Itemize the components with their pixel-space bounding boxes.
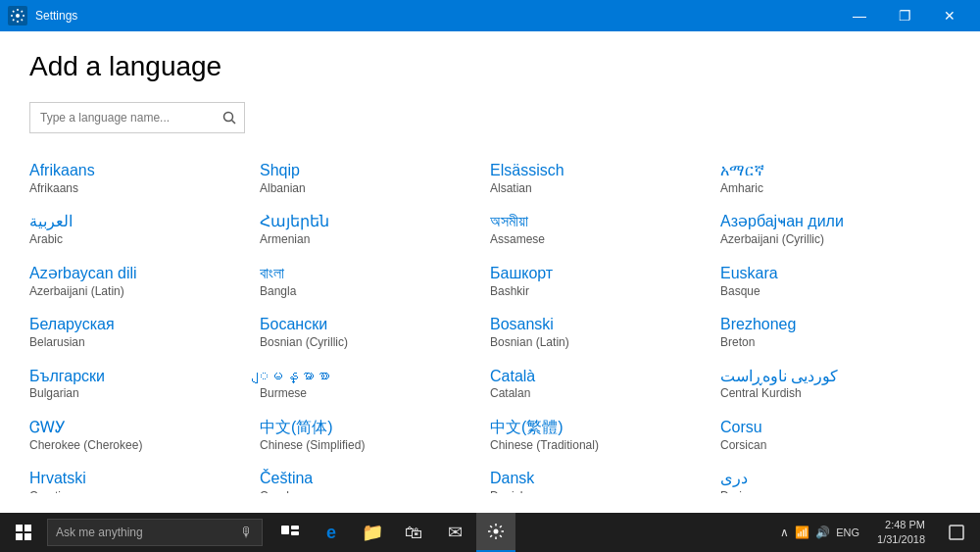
search-input[interactable] bbox=[30, 105, 215, 130]
language-english-name: Central Kurdish bbox=[720, 386, 941, 402]
language-item[interactable]: বাংলাBangla bbox=[260, 256, 490, 307]
language-english-name: Bulgarian bbox=[29, 386, 250, 402]
language-item[interactable]: ElsässischAlsatian bbox=[490, 153, 720, 204]
close-button[interactable]: ✕ bbox=[927, 0, 972, 31]
language-item[interactable]: كوردیی ناوەڕاستCentral Kurdish bbox=[720, 359, 951, 410]
language-native-name: Čeština bbox=[260, 469, 480, 489]
language-item[interactable]: БашкортBashkir bbox=[490, 256, 720, 307]
language-grid: AfrikaansAfrikaansShqipAlbanianElsässisc… bbox=[29, 153, 951, 493]
settings-button[interactable] bbox=[476, 513, 515, 552]
edge-button[interactable]: e bbox=[312, 513, 351, 552]
language-english-name: Arabic bbox=[29, 232, 250, 248]
language-item[interactable]: አማርኛAmharic bbox=[720, 153, 951, 204]
svg-point-1 bbox=[224, 113, 233, 122]
language-item[interactable]: EuskaraBasque bbox=[720, 256, 951, 307]
language-native-name: Հայերեն bbox=[260, 212, 480, 232]
language-native-name: 中文(繁體) bbox=[490, 418, 710, 438]
taskbar-right: ∧ 📶 🔊 ENG 2:48 PM 1/31/2018 bbox=[774, 513, 976, 552]
language-item[interactable]: 中文(繁體)Chinese (Traditional) bbox=[490, 410, 720, 461]
language-native-name: ᏣᎳᎩ bbox=[29, 418, 250, 438]
title-bar: Settings — ❐ ✕ bbox=[0, 0, 980, 31]
language-english-name: Bashkir bbox=[490, 284, 710, 300]
clock[interactable]: 2:48 PM 1/31/2018 bbox=[869, 518, 933, 548]
language-english-name: Danish bbox=[490, 489, 710, 493]
language-item[interactable]: ShqipAlbanian bbox=[260, 153, 490, 204]
language-item[interactable]: অসমীয়াAssamese bbox=[490, 204, 720, 255]
language-item[interactable]: BosanskiBosnian (Latin) bbox=[490, 307, 720, 358]
chevron-up-icon[interactable]: ∧ bbox=[780, 526, 789, 539]
language-english-name: Afrikaans bbox=[29, 181, 250, 197]
language-native-name: Български bbox=[29, 367, 250, 387]
language-item[interactable]: CorsuCorsican bbox=[720, 410, 951, 461]
language-item[interactable]: ျမန္မာစာBurmese bbox=[260, 359, 490, 410]
language-item[interactable]: БеларускаяBelarusian bbox=[29, 307, 260, 358]
taskbar-app-icons: e 📁 🛍 ✉ bbox=[270, 513, 515, 552]
language-english-name: Czech bbox=[260, 489, 480, 493]
language-native-name: 中文(简体) bbox=[260, 418, 480, 438]
search-button[interactable] bbox=[215, 103, 244, 132]
task-view-button[interactable] bbox=[270, 513, 310, 552]
svg-rect-4 bbox=[24, 525, 31, 531]
language-native-name: Босански bbox=[260, 315, 480, 335]
language-item[interactable]: ČeštinaCzech bbox=[260, 461, 490, 493]
language-item[interactable]: БосанскиBosnian (Cyrillic) bbox=[260, 307, 490, 358]
language-item[interactable]: 中文(简体)Chinese (Simplified) bbox=[260, 410, 490, 461]
language-item[interactable]: دریDari bbox=[720, 461, 951, 493]
language-english-name: Belarusian bbox=[29, 335, 250, 351]
language-english-name: Assamese bbox=[490, 232, 710, 248]
mail-button[interactable]: ✉ bbox=[435, 513, 474, 552]
language-item[interactable]: BrezhonegBreton bbox=[720, 307, 951, 358]
language-item[interactable]: AfrikaansAfrikaans bbox=[29, 153, 260, 204]
language-native-name: العربية bbox=[29, 212, 250, 232]
date-display: 1/31/2018 bbox=[877, 532, 925, 547]
edge-icon: e bbox=[326, 523, 336, 543]
search-box[interactable] bbox=[29, 102, 245, 133]
language-item[interactable]: HrvatskiCroatian bbox=[29, 461, 260, 493]
language-icon: ENG bbox=[836, 527, 859, 538]
language-item[interactable]: БългарскиBulgarian bbox=[29, 359, 260, 410]
cortana-search[interactable]: Ask me anything 🎙 bbox=[47, 519, 263, 546]
mail-icon: ✉ bbox=[448, 522, 463, 543]
language-english-name: Croatian bbox=[29, 489, 250, 493]
svg-point-10 bbox=[494, 529, 499, 534]
language-english-name: Breton bbox=[720, 335, 941, 351]
language-item[interactable]: CatalàCatalan bbox=[490, 359, 720, 410]
language-native-name: Afrikaans bbox=[29, 161, 250, 181]
language-item[interactable]: ՀայերենArmenian bbox=[260, 204, 490, 255]
store-button[interactable]: 🛍 bbox=[394, 513, 433, 552]
svg-rect-11 bbox=[950, 526, 963, 539]
network-icon: 📶 bbox=[795, 526, 809, 539]
svg-rect-9 bbox=[291, 531, 299, 535]
notification-button[interactable] bbox=[937, 513, 976, 552]
time-display: 2:48 PM bbox=[877, 518, 925, 532]
svg-rect-6 bbox=[24, 533, 31, 540]
language-item[interactable]: DanskDanish bbox=[490, 461, 720, 493]
language-native-name: Elsässisch bbox=[490, 161, 710, 181]
language-english-name: Armenian bbox=[260, 232, 480, 248]
language-english-name: Dari bbox=[720, 489, 941, 493]
file-explorer-button[interactable]: 📁 bbox=[353, 513, 392, 552]
language-native-name: Dansk bbox=[490, 469, 710, 489]
language-item[interactable]: ᏣᎳᎩCherokee (Cherokee) bbox=[29, 410, 260, 461]
notification-icon bbox=[949, 525, 964, 540]
language-native-name: Euskara bbox=[720, 264, 941, 284]
language-english-name: Bosnian (Latin) bbox=[490, 335, 710, 351]
language-native-name: Hrvatski bbox=[29, 469, 250, 489]
language-native-name: አማርኛ bbox=[720, 161, 941, 181]
language-english-name: Basque bbox=[720, 284, 941, 300]
app-icon bbox=[8, 6, 27, 25]
language-item[interactable]: العربيةArabic bbox=[29, 204, 260, 255]
language-item[interactable]: Azərbaycan diliAzerbaijani (Latin) bbox=[29, 256, 260, 307]
language-english-name: Azerbaijani (Cyrillic) bbox=[720, 232, 941, 248]
language-native-name: كوردیی ناوەڕاست bbox=[720, 367, 941, 387]
language-native-name: Башкорт bbox=[490, 264, 710, 284]
language-english-name: Cherokee (Cherokee) bbox=[29, 438, 250, 454]
svg-rect-5 bbox=[16, 533, 23, 540]
language-english-name: Catalan bbox=[490, 386, 710, 402]
start-button[interactable] bbox=[4, 513, 43, 552]
minimize-button[interactable]: — bbox=[837, 0, 882, 31]
restore-button[interactable]: ❐ bbox=[882, 0, 927, 31]
language-item[interactable]: Азәрбајҹан дилиAzerbaijani (Cyrillic) bbox=[720, 204, 951, 255]
svg-rect-8 bbox=[291, 526, 299, 529]
language-english-name: Albanian bbox=[260, 181, 480, 197]
